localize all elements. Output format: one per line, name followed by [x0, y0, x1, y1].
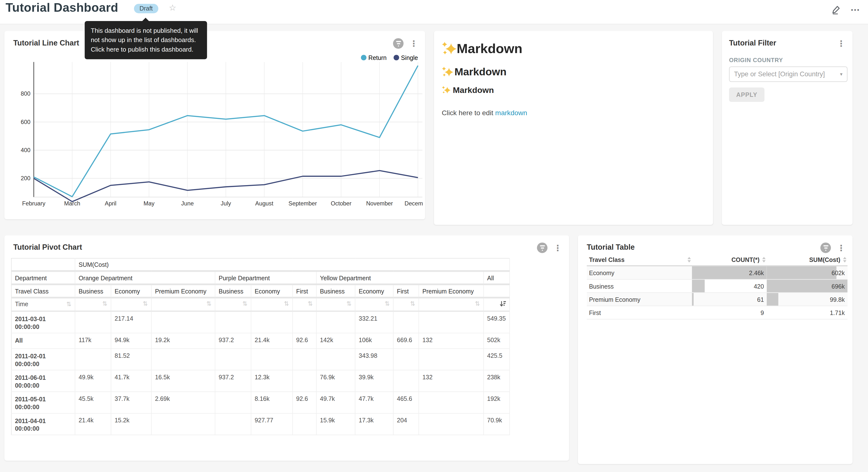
sort-toggle-icon[interactable] [143, 301, 148, 307]
pivot-value-cell: 132 [419, 333, 484, 349]
pivot-value-cell [151, 349, 215, 370]
line-chart-card-actions [393, 38, 418, 49]
table-row: Economy2.46k602k [587, 266, 847, 279]
y-axis-tick: 400 [21, 147, 31, 153]
pivot-value-cell: 16.5k [151, 370, 215, 391]
travel-class-cell: Economy [587, 266, 692, 279]
pivot-value-cell [215, 349, 251, 370]
travel-class-table: Travel ClassCOUNT(*)SUM(Cost)Economy2.46… [587, 254, 847, 319]
pivot-value-cell: 81.52 [111, 349, 151, 370]
chart-legend: ReturnSingle [361, 54, 418, 61]
sort-toggle-icon[interactable] [102, 301, 107, 307]
sort-toggle-icon[interactable] [284, 301, 289, 307]
x-axis-label: February [22, 200, 45, 207]
pivot-value-cell [419, 413, 484, 435]
sort-descending-icon[interactable] [500, 301, 506, 308]
markdown-h1: Markdown [442, 41, 705, 57]
sum-cost-cell: 602k [767, 266, 848, 279]
pivot-table: SUM(Cost)DepartmentOrange DepartmentPurp… [11, 258, 509, 435]
pivot-value-cell: 238k [484, 370, 509, 391]
origin-country-select[interactable]: Type or Select [Origin Country] [729, 66, 847, 82]
apply-button[interactable]: APPLY [729, 88, 765, 102]
x-axis-label: July [221, 200, 231, 207]
column-header-count[interactable]: COUNT(*) [692, 256, 767, 263]
pivot-value-cell [215, 413, 251, 435]
x-axis-label: August [255, 200, 273, 207]
markdown-edit-link[interactable]: markdown [495, 109, 527, 117]
pivot-value-cell: 343.98 [355, 349, 393, 370]
favorite-star-icon[interactable]: ☆ [169, 3, 176, 13]
pivot-value-cell [419, 392, 484, 413]
legend-item-single[interactable]: Single [394, 54, 418, 61]
pivot-value-cell [293, 349, 316, 370]
sort-toggle-icon[interactable] [242, 301, 247, 307]
status-badge[interactable]: Draft [134, 4, 158, 13]
pivot-value-cell: 425.5 [484, 349, 509, 370]
pivot-value-cell: 15.2k [111, 413, 151, 435]
pivot-value-cell [251, 349, 293, 370]
sparkles-icon [442, 86, 451, 94]
sort-toggle-icon[interactable] [308, 301, 313, 307]
pivot-column-header: First [394, 285, 419, 298]
table-row: First91.71k [587, 306, 847, 319]
chart-menu-icon[interactable] [409, 38, 418, 49]
publish-tooltip[interactable]: This dashboard is not published, it will… [85, 21, 207, 59]
filter-menu-icon[interactable] [837, 38, 845, 49]
pivot-value-cell [316, 349, 355, 370]
x-axis-label: March [64, 200, 80, 207]
pivot-value-cell: 70.9k [484, 413, 509, 435]
markdown-card: Markdown Markdown Markdown Click here to… [434, 31, 713, 225]
pivot-sort-cell [151, 298, 215, 311]
count-cell: 420 [692, 279, 767, 292]
sort-toggle-icon[interactable] [475, 301, 480, 307]
pivot-card-actions [537, 243, 562, 253]
pivot-value-cell: 92.6 [293, 392, 316, 413]
sort-toggle-icon[interactable] [346, 301, 351, 307]
table-card-actions [820, 243, 845, 253]
filter-indicator-icon[interactable] [820, 243, 831, 253]
sort-caret-icon[interactable] [843, 257, 846, 262]
pivot-value-cell [394, 370, 419, 391]
more-menu-icon[interactable] [851, 2, 860, 17]
filter-indicator-icon[interactable] [537, 243, 548, 253]
sort-caret-icon[interactable] [763, 257, 766, 262]
filter-indicator-icon[interactable] [393, 38, 403, 49]
sort-caret-icon[interactable] [687, 257, 691, 262]
pivot-chart-card: Tutorial Pivot Chart SUM(Cost)Department… [4, 235, 569, 461]
pivot-value-cell: 17.3k [355, 413, 393, 435]
sort-toggle-icon[interactable] [410, 301, 415, 307]
x-axis-label: October [331, 200, 351, 207]
column-header-sum-cost[interactable]: SUM(Cost) [767, 256, 848, 263]
pivot-value-cell [316, 311, 355, 333]
pivot-row-label: 2011-04-01 00:00:00 [11, 413, 75, 435]
pivot-data-row: 2011-04-01 00:00:0021.4k15.2k927.7715.9k… [11, 413, 509, 435]
dashboard-header: Tutorial Dashboard Draft ☆ [0, 0, 868, 25]
pivot-value-cell [215, 392, 251, 413]
sort-toggle-icon[interactable] [206, 301, 212, 307]
markdown-body: Markdown Markdown Markdown Click here to… [442, 41, 705, 117]
pivot-data-row: 2011-06-01 00:00:0049.9k41.7k16.5k937.21… [11, 370, 509, 391]
x-axis-label: November [366, 200, 393, 207]
pivot-value-cell [293, 413, 316, 435]
edit-pencil-icon[interactable] [832, 5, 841, 14]
column-header-travel-class[interactable]: Travel Class [587, 256, 692, 263]
chart-menu-icon[interactable] [554, 243, 562, 253]
legend-item-return[interactable]: Return [361, 54, 386, 61]
value-bar [692, 279, 705, 292]
pivot-value-cell: 41.7k [111, 370, 151, 391]
count-cell: 2.46k [692, 266, 767, 279]
table-card-title: Tutorial Table [587, 243, 635, 252]
table-card: Tutorial Table Travel ClassCOUNT(*)SUM(C… [578, 235, 852, 464]
pivot-column-header: Economy [111, 285, 151, 298]
sort-toggle-icon[interactable] [66, 301, 71, 307]
filter-card-title: Tutorial Filter [729, 39, 776, 47]
pivot-row-dimension-label: Travel Class [11, 285, 75, 298]
pivot-value-cell [151, 311, 215, 333]
pivot-value-cell: 92.6 [293, 333, 316, 349]
sort-toggle-icon[interactable] [384, 301, 390, 307]
pivot-column-header: Business [75, 285, 111, 298]
chart-menu-icon[interactable] [837, 243, 845, 253]
pivot-value-cell: 937.2 [215, 370, 251, 391]
pivot-value-cell [151, 413, 215, 435]
x-axis-label: May [144, 200, 155, 207]
